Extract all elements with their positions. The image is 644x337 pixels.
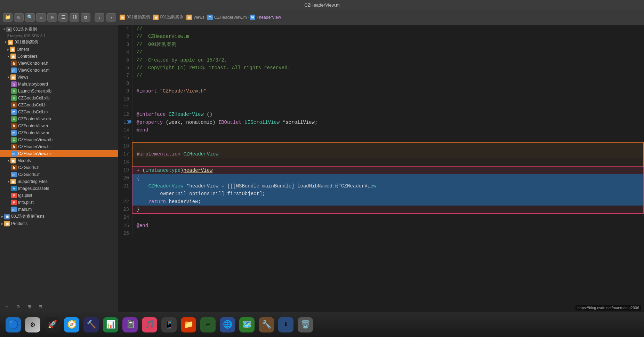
sidebar-czfv-m-label: CZFooterView.m [18,130,49,135]
search-btn[interactable]: 🔍 [25,13,35,22]
line-content[interactable]: // [132,72,644,79]
dock-item-xcode[interactable]: 🔨 [82,316,100,334]
dock-item-excel[interactable]: 📊 [102,316,120,334]
sidebar-item-launchscreen[interactable]: X LaunchScreen.xib [0,88,118,95]
sidebar-item-czgoods-m[interactable]: m CZGoods.m [0,171,118,178]
sidebar-item-models[interactable]: ▼ ▣ Models [0,157,118,164]
code-line-6: 6 // Copyright (c) 2015年 itcast. All rig… [118,64,644,72]
line-content-selected[interactable]: CZHeaderView *headerView = [[[NSBundle m… [132,182,644,190]
line-content[interactable]: // CZHeaderView.m [132,33,644,40]
line-content[interactable]: @property (weak, nonatomic) IBOutlet UIS… [132,119,644,126]
dock-item-maps[interactable]: 🗺️ [238,316,256,334]
line-content[interactable] [132,230,644,237]
itunes-icon: 🎵 [142,317,157,332]
link-btn[interactable]: ⛓ [70,13,79,22]
code-line-24: 23 } [118,206,644,214]
sidebar-item-main-story[interactable]: S Main.storyboard [0,81,118,88]
line-content-selected-cont[interactable]: owner:nil options:nil] firstObject]; [132,190,644,198]
main-content: ▼ ■ 001迅购案例 2 targets, iOS SDK 8.1 ▼ ▣ 0… [0,25,644,312]
sidebar-item-viewcontroller-h[interactable]: h ViewController.h [0,60,118,67]
sidebar-item-czheaderview-m[interactable]: m CZHeaderView.m [0,150,118,157]
sidebar-item-views[interactable]: ▼ ▣ Views [0,74,118,81]
line-content[interactable]: // [132,25,644,33]
line-content-selected[interactable]: return headerView; [132,198,644,206]
sidebar-item-czfooterview-xib[interactable]: X CZFooterView.xib [0,115,118,122]
folder-icon-btn[interactable]: 📁 [3,13,13,22]
sidebar-item-czgoodscell-xib[interactable]: X CZGoodsCell.xib [0,95,118,102]
line-content[interactable]: // Copyright (c) 2015年 itcast. All right… [132,64,644,72]
dock-item-safari[interactable]: 🧭 [63,316,81,334]
sidebar-item-czgoods-h[interactable]: h CZGoods.h [0,164,118,171]
sidebar-item-czgoodscell-m[interactable]: m CZGoodsCell.m [0,109,118,115]
dock-item-app1[interactable]: 📱 [160,316,178,334]
sidebar-item-czheaderview-h[interactable]: h CZHeaderView.h [0,143,118,150]
sidebar-item-controllers[interactable]: ▼ ▣ Controllers [0,53,118,60]
dock-item-sysprefs[interactable]: ⚙️ [24,316,42,334]
add-file-btn[interactable]: + [3,304,11,310]
dock-item-scissors[interactable]: ✂️ [199,316,217,334]
line-content[interactable]: @end [132,222,644,230]
m-file-icon: m [11,172,17,177]
sidebar-item-czgoodscell-h[interactable]: h CZGoodsCell.h [0,102,118,109]
file-navigator[interactable]: ▼ ■ 001迅购案例 2 targets, iOS SDK 8.1 ▼ ▣ 0… [0,25,118,312]
hierarchy-btn[interactable]: ⊞ [14,13,24,22]
line-content-selected[interactable]: { [132,174,644,182]
dock-item-tools[interactable]: 🔧 [257,316,275,334]
dock-item-finder[interactable]: 🔵 [4,316,22,334]
h-file-icon: h [11,61,17,66]
dock-item-onenote[interactable]: 📓 [121,316,139,334]
line-content[interactable] [132,134,644,142]
list-btn[interactable]: ☰ [58,13,68,22]
dock-item-downloads[interactable]: ⬇️ [277,316,295,334]
line-content[interactable] [132,80,644,87]
line-content[interactable]: // 001团购案例 [132,41,644,48]
sidebar-item-others[interactable]: ▶ ▣ Others [0,46,118,53]
code-editor[interactable]: 1 // 2 // CZHeaderView.m 3 // 001团购案例 4 … [118,25,644,312]
nav-back-btn[interactable]: ‹ [95,13,104,22]
line-content[interactable] [132,103,644,111]
sidebar-item-root-project[interactable]: ▼ ■ 001迅购案例 [0,25,118,34]
line-number: 6 [118,64,132,72]
dock-item-network[interactable]: 🌐 [218,316,236,334]
sidebar-item-group1[interactable]: ▼ ▣ 001迅购案例 [0,39,118,46]
dock-item-itunes[interactable]: 🎵 [140,316,159,334]
sidebar-item-supporting[interactable]: ▼ ▣ Supporting Files [0,178,118,185]
line-content[interactable]: @end [132,126,644,134]
sidebar-item-czheaderview-xib[interactable]: X CZHeaderView.xib [0,136,118,143]
sidebar-item-tests[interactable]: ▶ ▣ 001迅购案例Tests [0,213,118,220]
xib-icon: X [11,95,17,101]
breadcrumb-folder-icon: ▣ [120,15,125,20]
sidebar-item-images[interactable]: A Images.xcassets [0,185,118,192]
line-content-pink-end[interactable]: } [132,206,644,214]
dock-item-filezilla[interactable]: 📁 [179,316,198,334]
git-btn[interactable]: ◎ [47,13,57,22]
line-content-pink[interactable]: + (instancetype)headerView [132,166,644,174]
sidebar-item-czfooterview-m[interactable]: m CZFooterView.m [0,129,118,136]
share-btn[interactable]: ⧉ [81,13,90,22]
sidebar-item-czfooterview-h[interactable]: h CZFooterView.h [0,122,118,129]
line-content[interactable]: #import "CZHeaderView.h" [132,87,644,95]
nav-forward-btn[interactable]: › [106,13,116,22]
folder-icon: ▣ [8,40,13,45]
line-content[interactable]: // Created by apple on 15/3/2. [132,56,644,64]
line-content[interactable]: // [132,48,644,56]
ungroup-btn[interactable]: ⊟ [36,303,45,310]
line-content[interactable] [132,214,644,222]
warning-btn[interactable]: ⚠ [36,13,46,22]
dock-item-trash[interactable]: 🗑️ [296,316,314,334]
m-file-icon: m [11,130,17,136]
sidebar-item-products[interactable]: ▶ ▣ Products [0,220,118,227]
line-content-orange-bottom[interactable] [132,158,644,166]
triangle-icon: ▶ [7,48,9,51]
line-content-orange[interactable]: @implementation CZHeaderView [132,150,644,158]
line-content[interactable] [132,95,644,103]
sidebar-item-info-plist[interactable]: P Info.plist [0,199,118,206]
sidebar-item-tgs-plist[interactable]: P tgs.plist [0,192,118,199]
dock-item-launchpad[interactable]: 🚀 [43,316,61,334]
filter-btn[interactable]: ⊙ [14,303,22,310]
sidebar-item-main-m[interactable]: m main.m [0,206,118,213]
line-content[interactable]: @interface CZHeaderView () [132,111,644,118]
group-btn[interactable]: ⊞ [25,303,33,310]
sidebar-item-viewcontroller-m[interactable]: m ViewController.m [0,67,118,74]
line-content-orange-top[interactable] [132,142,644,150]
